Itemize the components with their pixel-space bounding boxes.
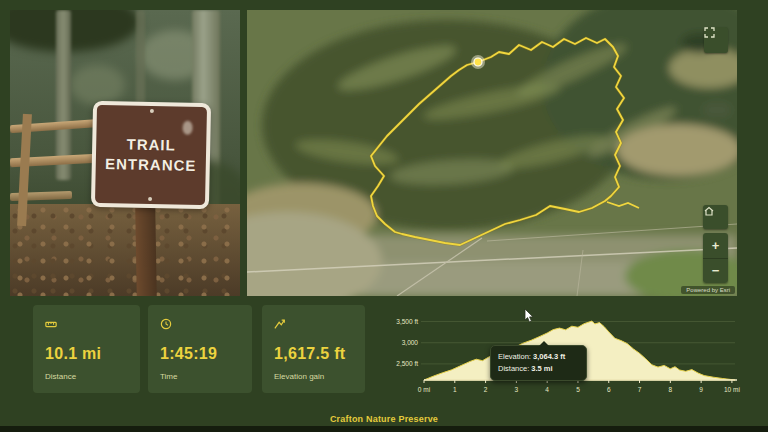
svg-text:8: 8 — [669, 386, 673, 393]
foliage-light-2 — [70, 65, 125, 105]
map-zoom-in-button[interactable]: + — [703, 233, 728, 259]
tooltip-distance-value: 3.5 mi — [531, 364, 552, 373]
map-attribution: Powered by Esri — [681, 286, 735, 294]
svg-text:3,500 ft: 3,500 ft — [396, 318, 418, 325]
svg-text:3: 3 — [515, 386, 519, 393]
svg-text:2,500 ft: 2,500 ft — [396, 360, 418, 367]
svg-text:3,000: 3,000 — [402, 339, 419, 346]
sign-post — [135, 208, 157, 296]
tooltip-distance-label: Distance: — [498, 364, 529, 373]
svg-text:6: 6 — [607, 386, 611, 393]
stat-value: 10.1 mi — [45, 345, 128, 363]
foliage-shadow — [10, 10, 140, 52]
cursor-pointer-icon — [524, 309, 534, 323]
trail-map[interactable]: + − Powered by Esri — [247, 10, 737, 296]
stat-card-time: 1:45:19 Time — [148, 305, 252, 393]
svg-text:0 mi: 0 mi — [418, 386, 430, 393]
route-distance-icon — [45, 318, 57, 330]
svg-text:4: 4 — [545, 386, 549, 393]
tooltip-elevation-label: Elevation: — [498, 352, 531, 361]
svg-text:1: 1 — [453, 386, 457, 393]
stat-label: Distance — [45, 372, 128, 381]
route-start-marker — [471, 55, 485, 69]
sign-smudge — [182, 121, 192, 135]
elevation-icon — [274, 318, 286, 330]
svg-text:10 mi: 10 mi — [724, 386, 740, 393]
stat-label: Time — [160, 372, 240, 381]
trail-entrance-sign: TRAIL ENTRANCE — [91, 101, 211, 209]
tooltip-elevation-row: Elevation: 3,064.3 ft — [498, 351, 579, 363]
stat-value: 1:45:19 — [160, 345, 240, 363]
screw — [148, 197, 152, 201]
sign-text-line2: ENTRANCE — [105, 154, 197, 176]
leaf-litter-ground — [10, 204, 240, 296]
svg-text:9: 9 — [699, 386, 703, 393]
home-icon — [703, 205, 715, 217]
letterbox-bar — [0, 426, 768, 432]
stat-card-distance: 10.1 mi Distance — [33, 305, 140, 393]
clock-icon — [160, 318, 172, 330]
page-title: Crafton Nature Preserve — [330, 414, 438, 424]
map-zoom-out-button[interactable]: − — [703, 259, 728, 284]
chart-tooltip: Elevation: 3,064.3 ft Distance: 3.5 mi — [490, 345, 587, 381]
tooltip-distance-row: Distance: 3.5 mi — [498, 363, 579, 375]
tooltip-elevation-value: 3,064.3 ft — [533, 352, 565, 361]
svg-text:5: 5 — [576, 386, 580, 393]
map-basemap-button[interactable] — [703, 205, 728, 229]
svg-text:7: 7 — [638, 386, 642, 393]
stat-value: 1,617.5 ft — [274, 345, 353, 363]
screw — [150, 109, 154, 113]
trail-photo: TRAIL ENTRANCE — [10, 10, 240, 296]
svg-text:2: 2 — [484, 386, 488, 393]
elevation-chart[interactable]: 3,500 ft3,0002,500 ft0 mi12345678910 mi … — [390, 307, 745, 399]
map-expand-button[interactable] — [704, 27, 728, 53]
satellite-imagery — [247, 10, 737, 296]
map-zoom-controls: + − — [703, 233, 728, 283]
footer: Crafton Nature Preserve — [0, 408, 768, 426]
expand-icon — [704, 27, 715, 38]
sign-text-line1: TRAIL — [126, 134, 176, 155]
app-root: TRAIL ENTRANCE — [0, 0, 768, 432]
stat-label: Elevation gain — [274, 372, 353, 381]
stat-card-elevation-gain: 1,617.5 ft Elevation gain — [262, 305, 365, 393]
